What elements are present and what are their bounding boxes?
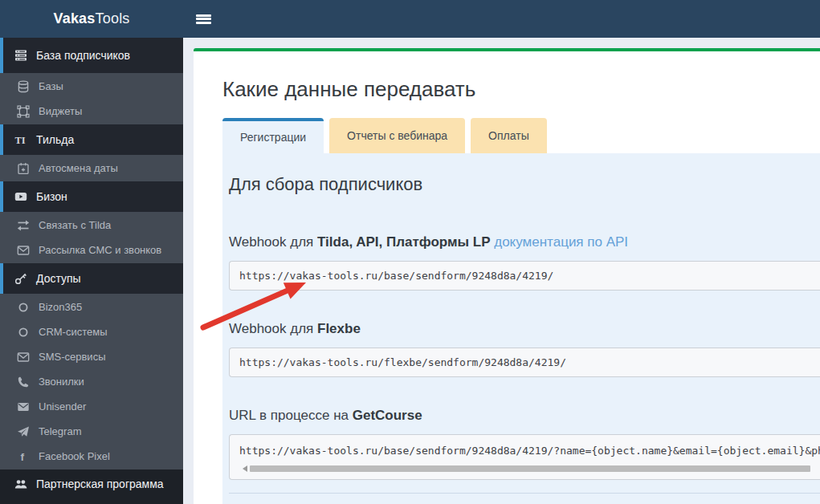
server-icon [13,49,29,62]
sidebar-toggle-button[interactable] [183,0,223,38]
page-title: Какие данные передавать [222,77,820,102]
sidebar-item-label: Bizon365 [39,301,82,313]
horizontal-scrollbar[interactable] [239,465,810,472]
brand-light: Tools [96,10,130,27]
bizon-play-icon [13,190,29,203]
envelope-icon [15,244,31,257]
webhook-url-field-flexbe[interactable]: https://vakas-tools.ru/flexbe/sendform/9… [229,348,820,377]
content-area: Какие данные передавать РегистрацииОтчет… [183,38,820,504]
webhook-url-field-tilda-api-lp[interactable]: https://vakas-tools.ru/base/sendform/924… [229,261,820,291]
webhook-label-flexbe: Webhook для Flexbe [229,321,820,337]
sidebar-item-unisender[interactable]: Unisender [0,394,183,419]
sidebar-item-label: Связать с Tilda [39,219,111,231]
sidebar-item-label: Telegram [39,425,81,437]
exchange-icon [15,219,31,232]
tilda-icon: TI [13,133,29,146]
webhook-label-getcourse: URL в процессе на GetCourse [229,408,820,424]
calendar-plus-icon [15,162,31,175]
database-icon [15,80,31,93]
webhook-url-text: https://vakas-tools.ru/flexbe/sendform/9… [239,356,566,368]
tab-registrations[interactable]: Регистрации [222,118,324,153]
circle-icon [15,301,31,314]
sidebar-item-label: Доступы [36,272,81,285]
sidebar-item-subscriber-base[interactable]: База подписчиков [0,38,183,73]
sidebar-item-label: CRM-системы [39,326,108,338]
webhook-label-bold: Flexbe [317,321,361,336]
webhook-url-text: https://vakas-tools.ru/base/sendform/924… [239,270,553,282]
sidebar-item-bizon365[interactable]: Bizon365 [0,295,183,319]
sidebar-item-dialers[interactable]: Звонилки [0,369,183,394]
sidebar-item-widgets[interactable]: Виджеты [0,99,183,124]
users-icon [13,478,29,490]
top-navbar: VakasTools [0,0,820,38]
webhook-section-getcourse: URL в процессе на GetCoursehttps://vakas… [229,408,820,480]
sidebar-item-link-tilda[interactable]: Связать с Tilda [0,213,183,238]
brand-logo[interactable]: VakasTools [0,0,183,38]
tab-payments[interactable]: Оплаты [471,118,547,153]
webhook-label-text: Webhook для [229,234,317,250]
webhook-label-bold: Tilda, API, Платформы LP [317,234,491,250]
sidebar-item-label: Unisender [39,400,86,413]
sidebar-item-label: Рассылка СМС и звонков [39,244,161,256]
svg-text:f: f [21,451,25,463]
svg-text:TI: TI [15,135,26,146]
sidebar-item-label: Звонилки [39,376,84,388]
scroll-left-arrow-icon[interactable] [239,465,247,472]
sidebar-item-sms-calls-broadcast[interactable]: Рассылка СМС и звонков [0,238,183,262]
hamburger-icon [196,13,211,25]
webhook-url-field-getcourse[interactable]: https://vakas-tools.ru/base/sendform/924… [229,434,820,480]
sidebar-item-label: Партнерская программа [36,478,164,490]
sidebar-submenu: Связать с TildaРассылка СМС и звонков [0,212,183,263]
sidebar-item-label: Базы [39,80,63,92]
sidebar-item-label: Тильда [36,133,74,146]
sidebar-submenu: Автосмена даты [0,155,183,181]
webhook-label-bold: GetCourse [353,408,422,423]
sidebar-submenu: Bizon365CRM-системыSMS-сервисыЗвонилкиUn… [0,294,183,469]
phone-icon [15,376,31,388]
sidebar-item-label: Бизон [36,190,67,203]
content-divider [229,493,820,494]
webhook-sections: Webhook для Tilda, API, Платформы LP док… [229,234,820,480]
sidebar-item-label: Виджеты [39,105,82,117]
sidebar-item-bizon[interactable]: Бизон [0,181,183,212]
sidebar-item-sms-services[interactable]: SMS-сервисы [0,344,183,369]
webhook-url-text: https://vakas-tools.ru/base/sendform/924… [239,445,820,457]
facebook-icon: f [15,450,31,463]
sidebar-item-label: SMS-сервисы [39,351,105,363]
webhook-label-text: Webhook для [229,321,317,336]
sidebar-item-telegram[interactable]: Telegram [0,419,183,444]
sidebar-item-crm-systems[interactable]: CRM-системы [0,319,183,344]
sidebar: База подписчиковБазыВиджетыTIТильдаАвтос… [0,38,183,504]
circle-icon [15,326,31,339]
webhook-label-text: URL в процессе на [229,408,353,423]
tab-webinar-reports[interactable]: Отчеты с вебинара [329,118,465,153]
section-title: Для сбора подписчиков [229,174,820,195]
scroll-thumb[interactable] [250,465,810,472]
envelope-icon [15,351,31,364]
sidebar-item-auto-date-change[interactable]: Автосмена даты [0,156,183,181]
tabs: РегистрацииОтчеты с вебинараОплаты [222,118,820,153]
key-icon [13,272,29,285]
webhook-label-tilda-api-lp: Webhook для Tilda, API, Платформы LP док… [229,234,820,250]
brand-bold: Vakas [53,10,95,27]
webhook-section-tilda-api-lp: Webhook для Tilda, API, Платформы LP док… [229,234,820,291]
tab-panel: Для сбора подписчиков Webhook для Tilda,… [222,153,820,504]
sidebar-item-facebook-pixel[interactable]: fFacebook Pixel [0,444,183,469]
webhook-section-flexbe: Webhook для Flexbehttps://vakas-tools.ru… [229,321,820,377]
sidebar-submenu: БазыВиджеты [0,73,183,124]
sidebar-item-label: Facebook Pixel [39,450,110,462]
sidebar-item-inner: Партнерская программа [13,469,164,498]
sidebar-item-tilda[interactable]: TIТильда [0,124,183,155]
sidebar-item-label: Автосмена даты [39,162,118,174]
api-docs-link[interactable]: документация по API [494,234,628,250]
sidebar-item-partner-program[interactable]: Партнерская программа [0,469,183,504]
telegram-icon [15,425,31,438]
sidebar-item-accesses[interactable]: Доступы [0,263,183,294]
sidebar-item-bases[interactable]: Базы [0,74,183,99]
sidebar-menu: База подписчиковБазыВиджетыTIТильдаАвтос… [0,38,183,504]
widgets-icon [15,105,31,118]
envelope-filled-icon [15,400,31,413]
content-card: Какие данные передавать РегистрацииОтчет… [194,48,820,504]
sidebar-item-label: База подписчиков [36,49,130,62]
